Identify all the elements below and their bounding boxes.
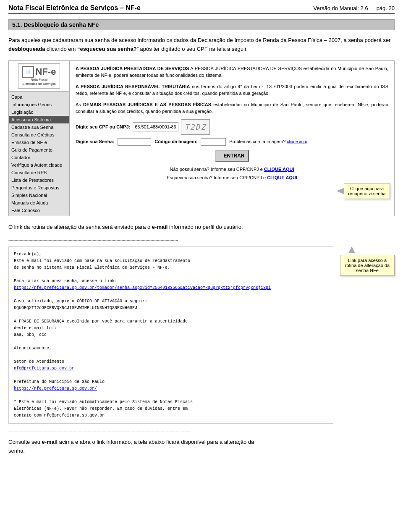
sidebar-menu-item[interactable]: Simples Nacional <box>9 191 69 199</box>
divider-1: ----------------------------------------… <box>8 238 395 242</box>
email-asterisco3: contato com nfe@prefeitura.sp.gov.br <box>14 412 328 419</box>
email-frase1: A FRASE DE SEGURANÇA escolhida por você … <box>14 318 328 325</box>
annotation-arrow <box>337 188 344 194</box>
email-annotation-arrow <box>348 246 355 253</box>
senha-label: Digite sua Senha: <box>76 138 114 145</box>
email-section: Prezado(a), Este e-mail foi enviado com … <box>8 246 395 424</box>
email-atenc: Atenciosamente, <box>14 345 328 352</box>
cpf-label: Digite seu CPF ou CNPJ: <box>76 123 130 131</box>
email-line2: de senha no sistema Nota Fiscal Eletrôni… <box>14 265 328 271</box>
page-header: Nota Fiscal Eletrônica de Serviços – NF-… <box>8 4 395 14</box>
document-title: Nota Fiscal Eletrônica de Serviços – NF-… <box>8 4 141 12</box>
info-block-2: A PESSOA JURÍDICA RESPONSÁVEL TRIBUTÁRIA… <box>76 83 388 97</box>
cpf-row: Digite seu CPF ou CNPJ: 65.501.488/0001-… <box>76 119 388 135</box>
sidebar-menu: CapaInformações GeraisLegislaçãoAcesso a… <box>9 92 69 216</box>
version-label: Versão do Manual: 2.6 <box>314 5 368 11</box>
sidebar-menu-item[interactable]: Legislação <box>9 108 69 116</box>
clique-aqui-1[interactable]: CLIQUE AQUI <box>264 167 294 172</box>
clique-aqui-2[interactable]: CLIQUE AQUI <box>267 175 297 180</box>
email-caso: Caso solicitado, copie o CÓDIGO DE ATIVA… <box>14 298 328 305</box>
annotation-bubble: Clique aqui para recuperar a senha <box>344 183 390 199</box>
intro-bold-1: desbloqueada <box>8 46 45 52</box>
nfe-logo-area: 📄 NF-e Nota Fiscal Eletrônica de Serviço… <box>9 61 69 92</box>
email-site[interactable]: https://nfe.prefeitura.sp.gov.br/ <box>14 386 97 391</box>
sidebar-menu-item[interactable]: Consulta de RPS <box>9 169 69 176</box>
sidebar-menu-item[interactable]: Fale Conosco <box>9 207 69 214</box>
sidebar-menu-item[interactable]: Informações Gerais <box>9 101 69 108</box>
clique-aqui-imagem[interactable]: clique aqui <box>287 139 307 144</box>
header-right: Versão do Manual: 2.6 pág. 20 <box>314 5 395 11</box>
email-link1[interactable]: https://nfe.prefeitura.sp.gov.br/tomador… <box>14 286 271 290</box>
nfe-screenshot: 📄 NF-e Nota Fiscal Eletrônica de Serviço… <box>8 60 395 216</box>
nfe-sidebar: 📄 NF-e Nota Fiscal Eletrônica de Serviço… <box>9 61 70 216</box>
para-3: As DEMAIS PESSOAS JURÍDICAS E AS PESSOAS… <box>76 101 388 115</box>
final-paragraph: Consulte seu e-mail acima e abra o link … <box>8 438 395 456</box>
esqueceu-row: Esqueceu sua senha? Informe seu CPF/CNPJ… <box>76 174 388 181</box>
intro-paragraph: Para aqueles que cadastraram sua senha d… <box>8 36 395 54</box>
para-2: A PESSOA JURÍDICA RESPONSÁVEL TRIBUTÁRIA… <box>76 83 388 97</box>
sidebar-menu-item[interactable]: Verifique a Autenticidade <box>9 161 69 169</box>
captcha-display: T2DZ <box>181 119 210 135</box>
sidebar-menu-item[interactable]: Manuais de Ajuda <box>9 199 69 207</box>
section-number: 5.1. <box>12 21 22 28</box>
cpf-input[interactable]: 65.501.488/0001-86 <box>133 122 178 132</box>
sidebar-menu-item[interactable]: Perguntas e Respostas <box>9 184 69 191</box>
link-description: O link da rotina de alteração da senha s… <box>8 223 395 232</box>
codigo-input[interactable] <box>201 138 226 146</box>
senha-row: Digite sua Senha: Código da Imagem: Prob… <box>76 138 388 146</box>
email-codigo: KQUGEQXTT2oGFCPRVQXNCJISPJWIMPLUIN3NHTQS… <box>14 305 328 312</box>
email-para-criar: Para criar sua nova senha, acesse o link… <box>14 278 328 285</box>
links-row: Não possui senha? Informe seu CPF/CNPJ e… <box>76 166 388 181</box>
email-prefeitura: Prefeitura do Município de São Paulo <box>14 379 328 385</box>
intro-text-3: ” após ter digitado o seu CPF na tela a … <box>137 46 248 52</box>
nfe-logo-box: 📄 NF-e Nota Fiscal Eletrônica de Serviço… <box>18 63 60 89</box>
email-greeting: Prezado(a), <box>14 251 328 258</box>
info-block-1: A PESSOA JURÍDICA PRESTADORA DE SERVIÇOS… <box>76 65 388 79</box>
email-annotation-box: Link para acesso à rotina de alteração d… <box>340 255 395 276</box>
intro-text-2: clicando em <box>45 46 77 52</box>
logo-subtitle: Nota Fiscal Eletrônica de Serviços <box>22 78 56 86</box>
intro-text-1: Para aqueles que cadastraram sua senha d… <box>8 37 391 43</box>
para-1: A PESSOA JURÍDICA PRESTADORA DE SERVIÇOS… <box>76 65 388 79</box>
senha-input[interactable] <box>118 138 151 146</box>
entrar-button[interactable]: ENTRAR <box>215 150 249 162</box>
page-number: pág. 20 <box>377 5 395 11</box>
problemas-text: Problemas com a imagem? clique aqui <box>229 138 307 145</box>
sidebar-menu-item[interactable]: Lista de Prestadores <box>9 176 69 184</box>
sidebar-menu-item[interactable]: Guia de Pagamento <box>9 146 69 154</box>
email-line1: Este e-mail foi enviado com base na sua … <box>14 258 328 265</box>
sidebar-menu-item[interactable]: Emissão de NF-e <box>9 139 69 146</box>
email-setor-email[interactable]: nfe@prefeitura.sp.gov.br <box>14 366 74 371</box>
sidebar-menu-item[interactable]: Capa <box>9 93 69 101</box>
no-senha-row: Não possui senha? Informe seu CPF/CNPJ e… <box>76 166 388 173</box>
email-frase2: deste e-mail foi: <box>14 325 328 332</box>
intro-bold-2: “esqueceu sua senha? <box>77 46 137 52</box>
info-block-3: As DEMAIS PESSOAS JURÍDICAS E AS PESSOAS… <box>76 101 388 115</box>
email-asterisco2: Eletrônicas (NF-e). Favor não responder.… <box>14 406 328 412</box>
section-title-bar: 5.1. Desbloqueio da senha NFe <box>8 19 395 30</box>
sidebar-menu-item[interactable]: Consulta de Créditos <box>9 131 69 139</box>
logo-nfe-text: NF-e <box>36 66 56 77</box>
email-preview: Prezado(a), Este e-mail foi enviado com … <box>8 246 333 424</box>
codigo-label: Código da Imagem: <box>154 138 197 145</box>
email-frase-valor: aaa, bbb, ccc <box>14 332 328 338</box>
divider-2: ----------------------------------------… <box>8 430 395 434</box>
email-asterisco1: * Este e-mail foi enviado automaticament… <box>14 399 328 406</box>
section-title: Desbloqueio da senha NFe <box>24 21 99 28</box>
email-annotation: Link para acesso à rotina de alteração d… <box>340 246 395 276</box>
sidebar-menu-item[interactable]: Cadastre sua Senha <box>9 123 69 131</box>
sidebar-menu-item[interactable]: Contador <box>9 154 69 161</box>
email-setor: Setor de Atendimento <box>14 359 328 365</box>
sidebar-menu-item[interactable]: Acesso ao Sistema <box>9 116 69 123</box>
